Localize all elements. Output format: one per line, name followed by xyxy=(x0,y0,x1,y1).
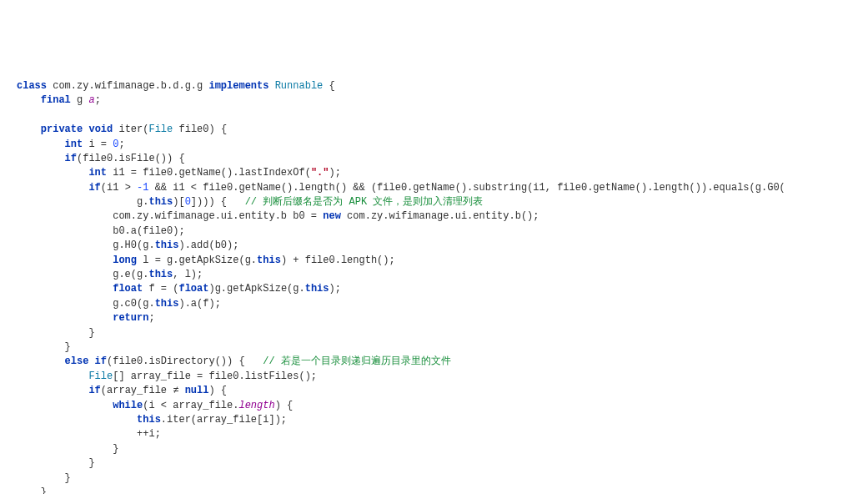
kw-this: this xyxy=(155,298,179,310)
text: ++i; xyxy=(137,428,161,440)
comment: // 若是一个目录则递归遍历目录里的文件 xyxy=(263,355,451,367)
text: i = xyxy=(83,139,113,150)
text: g. xyxy=(137,196,148,208)
semi: ; xyxy=(118,139,124,150)
paren-close: ) { xyxy=(209,124,228,135)
text: ); xyxy=(329,283,341,295)
brace: } xyxy=(88,457,94,469)
kw-if: if xyxy=(88,182,100,194)
comment: // 判断后缀名是否为 APK 文件，是则加入清理列表 xyxy=(245,196,484,208)
brace: } xyxy=(65,472,71,484)
param-type: File xyxy=(148,124,173,135)
kw-null: null xyxy=(185,385,209,396)
param-name: file0 xyxy=(173,124,208,135)
kw-int: int xyxy=(88,167,107,179)
kw-this: this xyxy=(305,283,329,295)
kw-new: new xyxy=(323,210,341,222)
brace: { xyxy=(323,80,334,92)
cond: (file0.isDirectory()) { xyxy=(107,355,263,367)
brace: } xyxy=(88,327,94,339)
cond: (file0.isFile()) { xyxy=(77,153,185,164)
text: ) + file0.length(); xyxy=(281,255,395,266)
text: ); xyxy=(329,167,340,179)
brace: } xyxy=(113,443,118,455)
field-name: a xyxy=(88,94,94,106)
text: i1 = file0.getName().lastIndexOf( xyxy=(107,167,311,179)
semi: ; xyxy=(148,312,154,324)
brace: } xyxy=(41,486,47,494)
text: g.c0(g. xyxy=(113,298,154,310)
kw-implements: implements xyxy=(208,80,268,92)
text: ]))) { xyxy=(191,196,245,208)
kw-this: this xyxy=(137,414,161,426)
type-file: File xyxy=(88,370,113,382)
kw-this: this xyxy=(257,255,281,266)
kw-long: long xyxy=(113,255,137,266)
kw-this: this xyxy=(148,269,173,280)
text: com.zy.wifimanage.ui.entity.b(); xyxy=(341,210,539,222)
num: 0 xyxy=(185,196,191,208)
kw-float: float xyxy=(113,283,143,295)
text: f = ( xyxy=(143,283,178,295)
text: l = g.getApkSize(g. xyxy=(137,255,257,266)
method-name: iter xyxy=(118,124,143,135)
line: class com.zy.wifimanage.b.d.g.g implemen… xyxy=(17,80,335,92)
text: , l); xyxy=(173,269,203,280)
text: (i < array_file. xyxy=(143,400,238,411)
text: b0.a(file0); xyxy=(113,225,184,237)
kw-return: return xyxy=(113,312,148,324)
kw-if: if xyxy=(88,385,100,396)
text: (array_file ≠ xyxy=(101,385,185,396)
semi: ; xyxy=(95,94,101,106)
text: )g.getApkSize(g. xyxy=(208,283,304,295)
kw-final: final xyxy=(41,94,71,106)
kw-float: float xyxy=(178,283,208,295)
text: ).add(b0); xyxy=(178,239,238,251)
kw-int: int xyxy=(65,139,83,150)
field-type: g xyxy=(77,94,83,106)
text: g.H0(g. xyxy=(113,239,154,251)
text: .iter(array_file[i]); xyxy=(161,414,287,426)
kw-while: while xyxy=(113,400,143,411)
kw-private: private xyxy=(41,124,83,135)
class-name: com.zy.wifimanage.b.d.g.g xyxy=(53,80,203,92)
text: )[ xyxy=(173,196,184,208)
code-block: class com.zy.wifimanage.b.d.g.g implemen… xyxy=(17,65,851,494)
kw-this: this xyxy=(148,196,173,208)
text: && i1 < file0.getName().length() && (fil… xyxy=(148,182,785,194)
kw-else-if: else if xyxy=(65,355,107,367)
iface: Runnable xyxy=(275,80,324,92)
text: (i1 > xyxy=(101,182,137,194)
kw-void: void xyxy=(88,124,113,135)
kw-this: this xyxy=(155,239,179,251)
length: length xyxy=(238,400,274,411)
kw-class: class xyxy=(17,80,47,92)
text: ) { xyxy=(208,385,227,396)
text: ) { xyxy=(275,400,294,411)
text: com.zy.wifimanage.ui.entity.b b0 = xyxy=(113,210,323,222)
kw-if: if xyxy=(65,153,77,164)
num: -1 xyxy=(137,182,148,194)
text: ).a(f); xyxy=(178,298,220,310)
string: "." xyxy=(311,167,329,179)
brace: } xyxy=(65,341,71,353)
text: g.e(g. xyxy=(113,269,148,280)
text: [] array_file = file0.listFiles(); xyxy=(113,370,317,382)
